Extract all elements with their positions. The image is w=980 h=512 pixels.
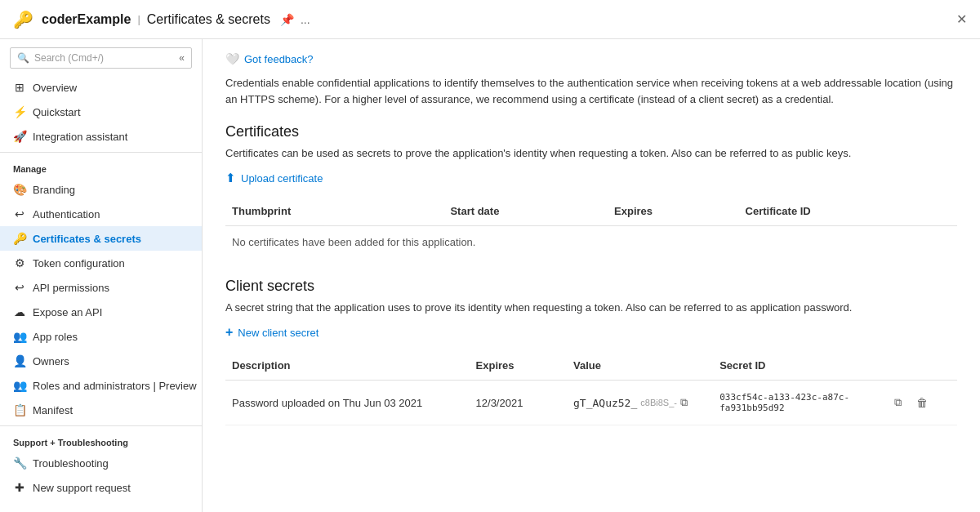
app-icon: 🔑: [13, 10, 33, 29]
sidebar-item-troubleshooting[interactable]: 🔧 Troubleshooting: [0, 451, 202, 475]
sidebar-label-expose-api: Expose an API: [33, 306, 102, 318]
title-bar: 🔑 coderExample | Certificates & secrets …: [0, 0, 980, 39]
certificates-desc: Certificates can be used as secrets to p…: [225, 147, 957, 159]
sidebar-label-branding: Branding: [33, 184, 75, 196]
client-secrets-desc: A secret string that the application use…: [225, 301, 957, 314]
sidebar-item-new-support[interactable]: ✚ New support request: [0, 475, 202, 500]
secret-id-text: 033cf54c-a133-423c-a87c-fa931bb95d92: [719, 392, 891, 413]
sidebar-label-authentication: Authentication: [33, 208, 100, 220]
sidebar-label-certs: Certificates & secrets: [33, 233, 141, 245]
copy-secret-id-icon[interactable]: ⧉: [894, 396, 902, 409]
sidebar-label-manifest: Manifest: [33, 404, 73, 416]
authentication-icon: ↩: [13, 207, 26, 220]
collapse-icon[interactable]: «: [179, 52, 185, 64]
certs-col-certid: Certificate ID: [739, 202, 957, 220]
manifest-icon: 📋: [13, 403, 26, 416]
certificates-table: Thumbprint Start date Expires Certificat…: [225, 197, 957, 258]
app-name: coderExample: [42, 12, 131, 27]
close-button[interactable]: ✕: [956, 11, 967, 27]
copy-value-icon[interactable]: ⧉: [680, 396, 688, 409]
secrets-col-value: Value: [567, 356, 713, 375]
secrets-col-expires: Expires: [470, 356, 567, 375]
sidebar-item-token-config[interactable]: ⚙ Token configuration: [0, 251, 202, 275]
sidebar-item-owners[interactable]: 👤 Owners: [0, 349, 202, 373]
sidebar-label-roles-admins: Roles and administrators | Preview: [33, 380, 197, 392]
secrets-table-header: Description Expires Value Secret ID: [225, 351, 957, 381]
content-area: 🤍 Got feedback? Credentials enable confi…: [203, 39, 980, 512]
token-icon: ⚙: [13, 256, 26, 269]
sidebar-item-branding[interactable]: 🎨 Branding: [0, 177, 202, 202]
heart-icon: 🤍: [225, 52, 239, 65]
troubleshooting-icon: 🔧: [13, 456, 26, 470]
pin-icon[interactable]: 📌: [280, 13, 294, 26]
api-perm-icon: ↩: [13, 281, 26, 294]
certs-icon: 🔑: [13, 232, 26, 245]
secret-value-partial: c8Bi8S_-: [640, 398, 677, 407]
delete-secret-icon[interactable]: 🗑: [915, 394, 929, 411]
sidebar-item-roles-admins[interactable]: 👥 Roles and administrators | Preview: [0, 373, 202, 398]
secret-value-cell: gT_AQuz52_ c8Bi8S_- ⧉: [567, 393, 713, 412]
sidebar-item-api-permissions[interactable]: ↩ API permissions: [0, 275, 202, 300]
secrets-col-description: Description: [225, 356, 470, 375]
certs-col-thumbprint: Thumbprint: [225, 202, 443, 220]
secret-id-cell: 033cf54c-a133-423c-a87c-fa931bb95d92 ⧉: [713, 389, 908, 416]
sidebar-item-integration[interactable]: 🚀 Integration assistant: [0, 124, 202, 149]
main-layout: 🔍 Search (Cmd+/) « ⊞ Overview ⚡ Quicksta…: [0, 39, 980, 512]
feedback-bar[interactable]: 🤍 Got feedback?: [225, 52, 957, 65]
sidebar-item-expose-api[interactable]: ☁ Expose an API: [0, 300, 202, 324]
new-support-icon: ✚: [13, 481, 26, 494]
sidebar-label-integration: Integration assistant: [33, 131, 127, 143]
plus-icon: +: [225, 325, 233, 340]
sidebar: 🔍 Search (Cmd+/) « ⊞ Overview ⚡ Quicksta…: [0, 39, 203, 512]
title-actions: 📌 ...: [280, 13, 310, 26]
expose-icon: ☁: [13, 305, 26, 318]
overview-icon: ⊞: [13, 81, 26, 94]
secrets-col-actions: [908, 356, 957, 375]
roles-admins-icon: 👥: [13, 379, 26, 392]
title-separator: |: [137, 13, 140, 25]
certs-table-header: Thumbprint Start date Expires Certificat…: [225, 197, 957, 226]
sidebar-label-app-roles: App roles: [33, 331, 78, 343]
intro-description: Credentials enable confidential applicat…: [225, 75, 957, 107]
certs-col-expires: Expires: [608, 202, 738, 220]
client-secrets-title: Client secrets: [225, 278, 957, 295]
sidebar-item-app-roles[interactable]: 👥 App roles: [0, 324, 202, 349]
sidebar-label-token: Token configuration: [33, 257, 125, 269]
certs-col-startdate: Start date: [443, 202, 608, 220]
sidebar-label-owners: Owners: [33, 355, 69, 367]
feedback-text: Got feedback?: [244, 53, 314, 65]
secret-value-masked: gT_AQuz52_: [573, 397, 637, 409]
page-title: Certificates & secrets: [147, 12, 270, 27]
upload-certificate-button[interactable]: ⬆ Upload certificate: [225, 171, 323, 185]
search-placeholder: Search (Cmd+/): [34, 52, 104, 64]
owners-icon: 👤: [13, 354, 26, 367]
secrets-col-secretid: Secret ID: [713, 356, 908, 375]
integration-icon: 🚀: [13, 130, 26, 143]
quickstart-icon: ⚡: [13, 105, 26, 118]
sidebar-item-authentication[interactable]: ↩ Authentication: [0, 202, 202, 226]
secrets-table: Description Expires Value Secret ID Pass…: [225, 351, 957, 425]
sidebar-label-new-support: New support request: [33, 482, 131, 494]
branding-icon: 🎨: [13, 183, 26, 196]
secret-action-icons: 🗑: [908, 391, 957, 414]
sidebar-item-certs-secrets[interactable]: 🔑 Certificates & secrets: [0, 226, 202, 251]
sidebar-item-quickstart[interactable]: ⚡ Quickstart: [0, 100, 202, 124]
secret-description: Password uploaded on Thu Jun 03 2021: [225, 394, 470, 412]
app-roles-icon: 👥: [13, 330, 26, 343]
search-bar[interactable]: 🔍 Search (Cmd+/) «: [10, 47, 192, 69]
manage-section-label: Manage: [0, 152, 202, 177]
more-icon[interactable]: ...: [301, 13, 310, 26]
upload-icon: ⬆: [225, 171, 236, 185]
sidebar-item-manifest[interactable]: 📋 Manifest: [0, 398, 202, 422]
new-secret-label: New client secret: [238, 327, 318, 339]
search-icon: 🔍: [17, 52, 29, 64]
upload-label: Upload certificate: [241, 172, 323, 185]
sidebar-item-overview[interactable]: ⊞ Overview: [0, 75, 202, 100]
sidebar-label-overview: Overview: [33, 82, 77, 94]
sidebar-label-troubleshooting: Troubleshooting: [33, 457, 109, 470]
certificates-title: Certificates: [225, 123, 957, 140]
table-row: Password uploaded on Thu Jun 03 2021 12/…: [225, 381, 957, 425]
new-client-secret-button[interactable]: + New client secret: [225, 325, 318, 340]
sidebar-label-quickstart: Quickstart: [33, 106, 81, 118]
certs-empty-message: No certificates have been added for this…: [225, 226, 957, 258]
